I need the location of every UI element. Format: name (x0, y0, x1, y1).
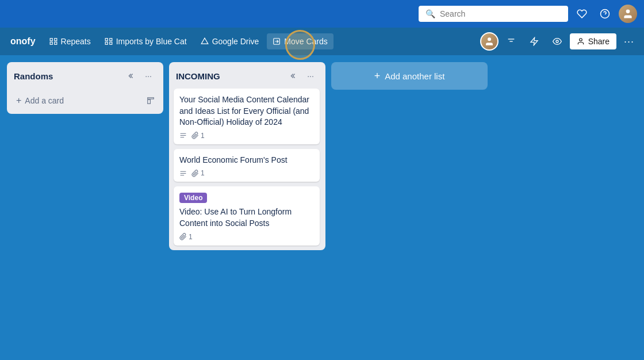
help-icon[interactable] (596, 5, 614, 23)
list-incoming-title: INCOMING (176, 71, 284, 81)
card-1-meta: 1 (179, 132, 314, 140)
card-3-meta: 1 (179, 233, 314, 241)
nav-item-move-cards[interactable]: Move Cards (267, 33, 333, 49)
svg-rect-4 (54, 39, 56, 41)
repeats-icon (49, 37, 57, 45)
list-randoms-title: Randoms (14, 71, 122, 81)
card-2-meta: 1 (179, 169, 314, 177)
add-list-plus-icon: + (374, 70, 381, 82)
nav-move-cards-label: Move Cards (284, 37, 327, 46)
card-1-title: Your Social Media Content Calendar and I… (179, 94, 314, 128)
list-incoming-menu-icon[interactable]: ··· (302, 68, 319, 84)
nav-item-google-drive[interactable]: Google Drive (195, 33, 265, 49)
card-2-attachment: 1 (191, 169, 205, 177)
card-2-attachment-count: 1 (201, 169, 205, 177)
video-badge: Video (179, 193, 207, 203)
add-card-randoms-label: Add a card (25, 96, 64, 105)
list-randoms-header: Randoms ··· (7, 62, 163, 89)
card-1-description-icon (179, 132, 187, 139)
nav-repeats-label: Repeats (61, 37, 91, 46)
list-randoms-menu-icon[interactable]: ··· (140, 68, 156, 84)
add-card-randoms-button[interactable]: + Add a card (12, 92, 143, 109)
list-randoms-icons: ··· (122, 68, 156, 84)
svg-rect-9 (105, 42, 108, 44)
search-placeholder: Search (440, 9, 465, 18)
app-name[interactable]: onofy (5, 33, 41, 50)
board-user-avatar[interactable] (480, 32, 499, 51)
list-incoming: INCOMING ··· Your Social Media Content C… (169, 62, 325, 250)
svg-rect-5 (50, 42, 52, 44)
notifications-icon[interactable] (573, 5, 591, 23)
svg-rect-20 (148, 99, 151, 104)
search-icon: 🔍 (425, 9, 435, 18)
move-cards-icon (273, 37, 281, 45)
app-name-text: onofy (10, 36, 36, 47)
card-1[interactable]: Your Social Media Content Calendar and I… (174, 89, 320, 144)
svg-marker-16 (531, 37, 538, 45)
add-list-label: Add another list (385, 71, 444, 81)
svg-rect-8 (109, 39, 112, 41)
list-incoming-cards: Your Social Media Content Calendar and I… (169, 89, 325, 250)
list-randoms-collapse-icon[interactable] (122, 68, 138, 84)
svg-point-18 (579, 39, 582, 41)
card-2-title: World Economic Forum's Post (179, 155, 314, 166)
svg-point-12 (488, 37, 491, 41)
share-label: Share (588, 37, 610, 46)
svg-rect-19 (148, 98, 154, 99)
search-bar[interactable]: 🔍 Search (419, 6, 568, 22)
svg-point-17 (556, 40, 558, 43)
svg-rect-7 (105, 39, 108, 41)
nav-item-imports[interactable]: Imports by Blue Cat (99, 33, 193, 49)
global-nav: 🔍 Search (0, 0, 644, 28)
nav-google-drive-label: Google Drive (212, 37, 259, 46)
list-incoming-icons: ··· (284, 68, 319, 84)
svg-rect-10 (109, 42, 112, 44)
card-2[interactable]: World Economic Forum's Post (174, 149, 320, 182)
list-randoms-footer: + Add a card (7, 89, 163, 114)
card-3[interactable]: Video Video: Use AI to Turn Longform Con… (174, 186, 320, 245)
list-randoms: Randoms ··· + Add a card (7, 62, 163, 114)
card-1-attachment-count: 1 (201, 132, 205, 140)
nav-imports-label: Imports by Blue Cat (116, 37, 187, 46)
filter-icon[interactable] (501, 31, 522, 52)
lightning-icon[interactable] (524, 31, 545, 52)
list-incoming-header: INCOMING ··· (169, 62, 325, 89)
more-options-icon[interactable]: ··· (619, 31, 639, 52)
list-incoming-collapse-icon[interactable] (284, 68, 300, 84)
nav-item-repeats[interactable]: Repeats (44, 33, 97, 49)
google-drive-icon (201, 37, 209, 45)
card-3-attachment: 1 (179, 233, 193, 241)
card-3-attachment-count: 1 (189, 233, 193, 241)
add-list-button[interactable]: + Add another list (331, 62, 488, 90)
card-2-description-icon (179, 170, 187, 177)
board-nav-right: Share ··· (480, 31, 639, 52)
card-1-attachment: 1 (191, 132, 205, 140)
board-content: Randoms ··· + Add a card (0, 55, 644, 360)
svg-point-2 (626, 10, 630, 14)
template-icon-randoms[interactable] (143, 93, 159, 109)
board-nav: onofy Repeats Imports by Blue Cat Google… (0, 28, 644, 55)
global-user-avatar[interactable] (619, 5, 637, 23)
svg-rect-3 (50, 39, 52, 41)
watch-icon[interactable] (547, 31, 568, 52)
share-button[interactable]: Share (570, 33, 616, 49)
plus-icon: + (16, 95, 21, 106)
svg-rect-6 (54, 42, 56, 44)
card-3-badge-video: Video (179, 192, 314, 206)
imports-icon (105, 37, 113, 45)
card-3-title: Video: Use AI to Turn Longform Content i… (179, 206, 314, 229)
